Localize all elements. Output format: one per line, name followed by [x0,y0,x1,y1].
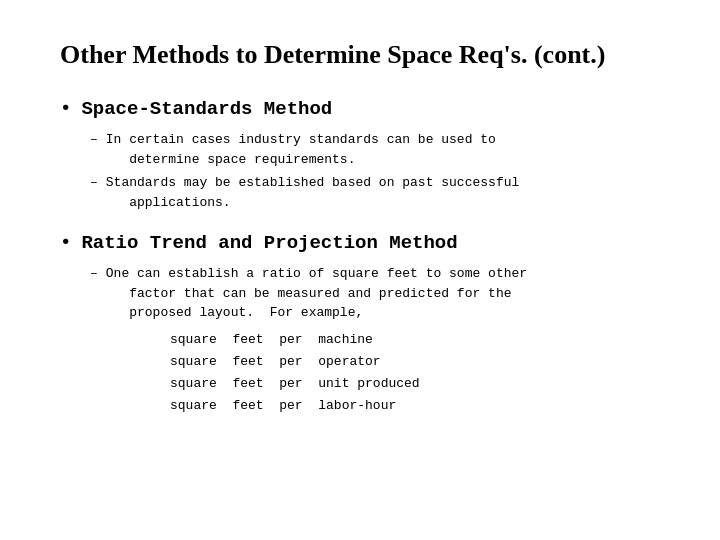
sub-bullet-text-1: In certain cases industry standards can … [106,130,660,169]
dash-3: – [90,264,98,284]
space-standards-section: • Space-Standards Method – In certain ca… [60,98,660,212]
list-item-2: square feet per operator [170,351,660,373]
sub-bullet-text-2: Standards may be established based on pa… [106,173,660,212]
sub-bullet-3: – One can establish a ratio of square fe… [90,264,660,323]
slide-title: Other Methods to Determine Space Req's. … [60,40,660,70]
sub-bullet-1: – In certain cases industry standards ca… [90,130,660,169]
list-item-1: square feet per machine [170,329,660,351]
dash-2: – [90,173,98,193]
slide: Other Methods to Determine Space Req's. … [0,0,720,540]
sub-bullet-text-3: One can establish a ratio of square feet… [106,264,660,323]
ratio-trend-header: • Ratio Trend and Projection Method [60,232,660,254]
indented-list: square feet per machine square feet per … [170,329,660,417]
space-standards-label: Space-Standards Method [81,98,332,120]
sub-bullet-2: – Standards may be established based on … [90,173,660,212]
ratio-trend-subbullets: – One can establish a ratio of square fe… [90,264,660,417]
ratio-trend-label: Ratio Trend and Projection Method [81,232,457,254]
dash-1: – [90,130,98,150]
ratio-trend-section: • Ratio Trend and Projection Method – On… [60,232,660,417]
space-standards-header: • Space-Standards Method [60,98,660,120]
bullet-dot-1: • [60,98,71,120]
bullet-dot-2: • [60,232,71,254]
list-item-4: square feet per labor-hour [170,395,660,417]
list-item-3: square feet per unit produced [170,373,660,395]
space-standards-subbullets: – In certain cases industry standards ca… [90,130,660,212]
